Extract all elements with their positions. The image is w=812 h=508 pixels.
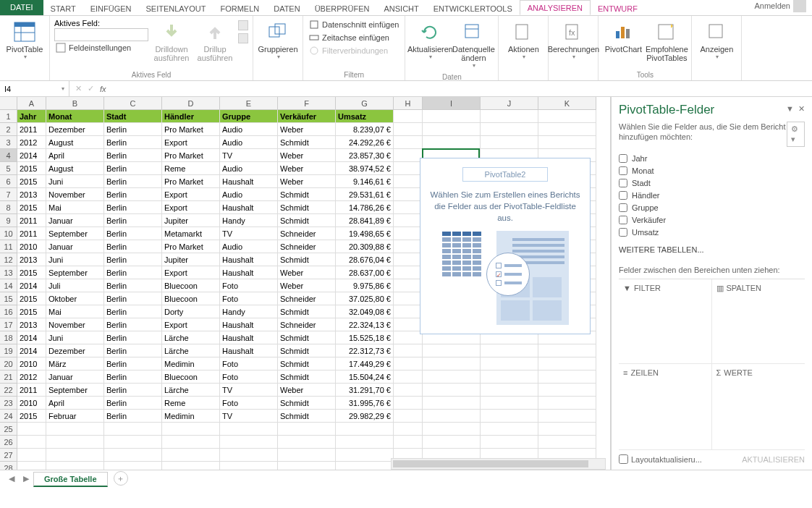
cell[interactable] [394,110,423,123]
cell[interactable] [538,136,596,149]
row-header[interactable]: 9 [0,214,17,227]
cell[interactable] [423,371,481,384]
field-gruppe[interactable]: Gruppe [619,203,805,212]
cell[interactable]: Lärche [162,331,220,344]
field-umsatz[interactable]: Umsatz [619,228,805,237]
cell[interactable]: 2011 [17,214,46,227]
cell[interactable]: Export [162,188,220,201]
cell[interactable]: 2010 [17,357,46,371]
cell[interactable] [394,123,423,136]
cell[interactable]: Berlin [104,149,162,162]
cell[interactable] [104,449,162,462]
row-header[interactable]: 1 [0,110,17,123]
change-datasource-button[interactable]: Datenquelle ändern▾ [452,17,495,72]
cell[interactable]: Dorty [162,305,220,318]
cell[interactable]: Export [162,136,220,149]
cell[interactable]: Foto [220,279,278,292]
cell[interactable]: 2013 [17,253,46,266]
cell[interactable] [17,423,46,436]
cell[interactable]: Mai [46,305,104,318]
cell[interactable]: Monat [46,110,104,123]
row-header[interactable]: 25 [0,423,17,436]
tab-entwurf[interactable]: ENTWURF [591,1,645,15]
cell[interactable]: Schmidt [278,305,336,318]
cell[interactable] [481,357,538,371]
enter-icon[interactable]: ✓ [88,84,94,93]
row-header[interactable]: 27 [0,449,17,462]
cell[interactable] [162,449,220,462]
sheet-nav-prev-icon[interactable]: ◀ [4,473,19,485]
cell[interactable]: Oktober [46,292,104,305]
tab-analysieren[interactable]: ANALYSIEREN [520,0,591,15]
sheet-nav-next-icon[interactable]: ▶ [19,473,33,485]
cell[interactable] [394,175,423,188]
cell[interactable]: Export [162,201,220,214]
cell[interactable] [394,344,423,357]
cell[interactable]: Berlin [104,371,162,384]
cell[interactable]: 2012 [17,371,46,384]
cell[interactable]: Schmidt [278,344,336,357]
cell[interactable]: August [46,136,104,149]
cell[interactable] [336,462,394,470]
row-header[interactable]: 23 [0,397,17,410]
cell[interactable] [336,449,394,462]
refresh-button[interactable]: Aktualisieren▾ [408,17,452,63]
row-header[interactable]: 4 [0,149,17,162]
cell[interactable]: 2011 [17,384,46,397]
cell[interactable] [394,188,423,201]
pivottable-placeholder[interactable]: PivotTable2 Wählen Sie zum Erstellen ein… [420,158,591,334]
cell[interactable]: September [46,384,104,397]
cell[interactable] [394,279,423,292]
cell[interactable]: Juli [46,279,104,292]
cell[interactable]: 24.292,26 € [336,136,394,149]
cell[interactable]: Reme [162,397,220,410]
cell[interactable] [538,344,596,357]
cell[interactable] [423,423,481,436]
cell[interactable]: Berlin [104,279,162,292]
row-header[interactable]: 18 [0,331,17,344]
cell[interactable]: Januar [46,240,104,253]
actions-button[interactable]: Aktionen▾ [502,17,545,63]
cell[interactable] [423,397,481,410]
cell[interactable]: 14.786,26 € [336,201,394,214]
cell[interactable] [336,436,394,449]
cell[interactable]: 2010 [17,240,46,253]
cell[interactable] [394,423,423,436]
cell[interactable] [394,266,423,279]
cell[interactable] [394,384,423,397]
cell[interactable]: Schmidt [278,214,336,227]
cell[interactable]: 23.857,30 € [336,149,394,162]
cell[interactable] [481,410,538,423]
area-columns[interactable]: ▥ SPALTEN [712,279,805,365]
cell[interactable]: März [46,357,104,371]
cell[interactable]: Handy [220,214,278,227]
signin[interactable]: Anmelden [748,0,812,15]
col-header[interactable]: H [394,97,423,110]
cell[interactable]: Schmidt [278,410,336,423]
active-field-input[interactable] [54,28,148,41]
field-monat[interactable]: Monat [619,166,805,175]
cell[interactable]: 9.146,61 € [336,175,394,188]
cell[interactable] [538,423,596,436]
cell[interactable]: Stadt [104,110,162,123]
cell[interactable]: Juni [46,253,104,266]
cell[interactable]: Schneider [278,318,336,331]
cell[interactable] [394,136,423,149]
cell[interactable]: Schneider [278,227,336,240]
cell[interactable] [394,305,423,318]
tab-daten[interactable]: DATEN [266,1,307,15]
cell[interactable]: 22.312,73 € [336,344,394,357]
cell[interactable]: Berlin [104,331,162,344]
cell[interactable]: Pro Market [162,240,220,253]
cell[interactable] [278,436,336,449]
cell[interactable] [394,371,423,384]
cell[interactable]: 2013 [17,318,46,331]
cell[interactable]: Export [162,266,220,279]
cell[interactable]: Schmidt [278,371,336,384]
row-header[interactable]: 19 [0,344,17,357]
cell[interactable]: 15.525,18 € [336,331,394,344]
col-header[interactable]: J [481,97,538,110]
row-header[interactable]: 20 [0,357,17,371]
cell[interactable] [220,423,278,436]
cell[interactable] [394,214,423,227]
